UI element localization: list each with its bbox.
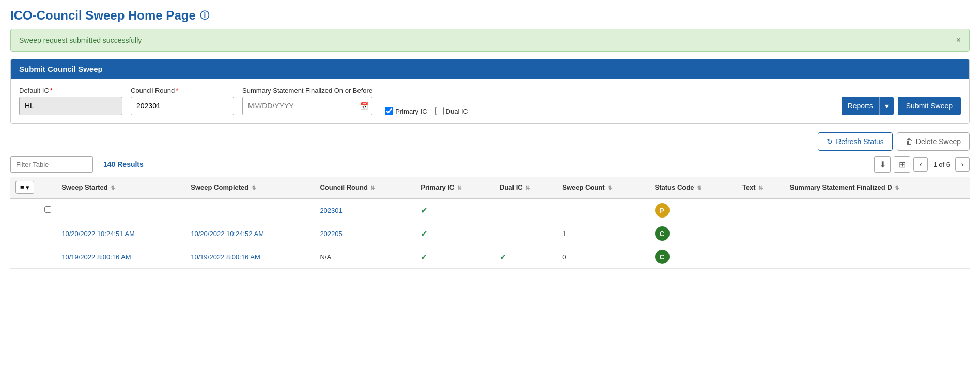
help-icon[interactable]: ⓘ bbox=[200, 9, 209, 22]
status-badge: C bbox=[655, 250, 670, 264]
refresh-status-button[interactable]: ↻ Refresh Status bbox=[818, 132, 893, 151]
cell-sweep-count bbox=[557, 198, 649, 222]
cell-primary-ic: ✔ bbox=[415, 245, 494, 269]
success-banner: Sweep request submitted successfully × bbox=[10, 29, 970, 52]
reports-dropdown-arrow[interactable]: ▾ bbox=[880, 97, 894, 115]
cell-dual-ic: ✔ bbox=[494, 245, 557, 269]
cell-sweep-started: 10/20/2022 10:24:51 AM bbox=[56, 222, 185, 245]
table-row: 10/19/2022 8:00:16 AM10/19/2022 8:00:16 … bbox=[10, 245, 970, 269]
row-menu-cell bbox=[10, 198, 39, 222]
cell-dual-ic bbox=[494, 222, 557, 245]
filter-table-input[interactable] bbox=[10, 156, 93, 173]
primary-ic-check: ✔ bbox=[421, 229, 427, 238]
form-actions: Reports ▾ Submit Sweep bbox=[842, 97, 961, 115]
pagination: ‹ 1 of 6 › bbox=[913, 157, 970, 172]
col-header-text[interactable]: Text ⇅ bbox=[737, 177, 785, 198]
results-count: 140 Results bbox=[103, 160, 144, 168]
submit-sweep-button[interactable]: Submit Sweep bbox=[898, 97, 961, 115]
cell-sweep-count: 1 bbox=[557, 222, 649, 245]
dual-ic-checkbox[interactable] bbox=[435, 107, 444, 115]
col-header-summary-finalized[interactable]: Summary Statement Finalized D ⇅ bbox=[785, 177, 970, 198]
col-header-check bbox=[39, 177, 56, 198]
col-header-status-code[interactable]: Status Code ⇅ bbox=[650, 177, 737, 198]
col-header-menu: ≡ ▾ bbox=[10, 177, 39, 198]
status-badge: C bbox=[655, 226, 670, 241]
form-card-body: Default IC* Council Round* Summary State… bbox=[11, 79, 969, 123]
close-banner-button[interactable]: × bbox=[956, 36, 961, 45]
dual-ic-label[interactable]: Dual IC bbox=[435, 107, 468, 115]
cell-council-round: 202301 bbox=[315, 198, 415, 222]
cell-sweep-completed: 10/20/2022 10:24:52 AM bbox=[185, 222, 315, 245]
summary-statement-input[interactable] bbox=[242, 97, 372, 115]
primary-ic-checkbox[interactable] bbox=[385, 107, 393, 115]
refresh-icon: ↻ bbox=[827, 137, 833, 146]
delete-icon: 🗑 bbox=[906, 137, 913, 146]
next-page-button[interactable]: › bbox=[955, 157, 970, 172]
summary-statement-label: Summary Statement Finalized On or Before bbox=[242, 87, 372, 95]
row-check-cell bbox=[39, 198, 56, 222]
cell-sweep-completed bbox=[185, 198, 315, 222]
prev-page-button[interactable]: ‹ bbox=[913, 157, 928, 172]
page-indicator: 1 of 6 bbox=[930, 161, 953, 168]
page-title: ICO-Council Sweep Home Page ⓘ bbox=[10, 8, 970, 23]
col-header-primary-ic[interactable]: Primary IC ⇅ bbox=[415, 177, 494, 198]
summary-input-container: 📅 bbox=[242, 97, 372, 115]
col-header-council-round[interactable]: Council Round ⇅ bbox=[315, 177, 415, 198]
form-card-header: Submit Council Sweep bbox=[11, 59, 969, 79]
cell-summary-finalized bbox=[785, 198, 970, 222]
cell-text bbox=[737, 198, 785, 222]
cell-sweep-completed: 10/19/2022 8:00:16 AM bbox=[185, 245, 315, 269]
results-table: ≡ ▾ Sweep Started ⇅ Sweep Completed ⇅ Co… bbox=[10, 177, 970, 269]
success-message: Sweep request submitted successfully bbox=[19, 36, 142, 44]
cell-primary-ic: ✔ bbox=[415, 222, 494, 245]
status-badge: P bbox=[655, 203, 670, 218]
council-round-group: Council Round* bbox=[131, 87, 234, 115]
default-ic-group: Default IC* bbox=[19, 87, 122, 115]
sweep-started-link[interactable]: 10/19/2022 8:00:16 AM bbox=[61, 253, 131, 261]
council-round-input[interactable] bbox=[131, 97, 234, 115]
download-icon: ⬇ bbox=[879, 160, 886, 169]
reports-button[interactable]: Reports ▾ bbox=[842, 97, 894, 115]
col-header-sweep-count[interactable]: Sweep Count ⇅ bbox=[557, 177, 649, 198]
grid-icon: ⊞ bbox=[899, 160, 906, 169]
cell-summary-finalized bbox=[785, 245, 970, 269]
default-ic-input[interactable] bbox=[19, 97, 122, 115]
cell-primary-ic: ✔ bbox=[415, 198, 494, 222]
column-menu-button[interactable]: ≡ ▾ bbox=[15, 181, 34, 194]
row-check-cell bbox=[39, 245, 56, 269]
col-header-dual-ic[interactable]: Dual IC ⇅ bbox=[494, 177, 557, 198]
col-header-sweep-started[interactable]: Sweep Started ⇅ bbox=[56, 177, 185, 198]
council-round-link[interactable]: 202205 bbox=[320, 230, 342, 238]
cell-status-code: C bbox=[650, 245, 737, 269]
cell-sweep-started bbox=[56, 198, 185, 222]
cell-council-round: 202205 bbox=[315, 222, 415, 245]
cell-sweep-count: 0 bbox=[557, 245, 649, 269]
delete-sweep-button[interactable]: 🗑 Delete Sweep bbox=[897, 132, 970, 151]
cell-status-code: P bbox=[650, 198, 737, 222]
submit-council-sweep-card: Submit Council Sweep Default IC* Council… bbox=[10, 59, 970, 124]
download-button[interactable]: ⬇ bbox=[874, 156, 891, 173]
row-menu-cell bbox=[10, 245, 39, 269]
col-header-sweep-completed[interactable]: Sweep Completed ⇅ bbox=[185, 177, 315, 198]
grid-view-button[interactable]: ⊞ bbox=[894, 156, 910, 173]
primary-ic-check: ✔ bbox=[421, 253, 427, 261]
calendar-icon[interactable]: 📅 bbox=[360, 102, 368, 110]
table-controls: 140 Results ⬇ ⊞ ‹ 1 of 6 › bbox=[10, 156, 970, 173]
primary-ic-label[interactable]: Primary IC bbox=[385, 107, 427, 115]
summary-statement-group: Summary Statement Finalized On or Before… bbox=[242, 87, 372, 115]
cell-summary-finalized bbox=[785, 222, 970, 245]
primary-ic-check: ✔ bbox=[421, 206, 427, 215]
toolbar-row: ↻ Refresh Status 🗑 Delete Sweep bbox=[10, 132, 970, 151]
cell-text bbox=[737, 245, 785, 269]
sweep-completed-link[interactable]: 10/19/2022 8:00:16 AM bbox=[191, 253, 260, 261]
row-checkbox[interactable] bbox=[44, 206, 51, 213]
table-row: 202301✔P bbox=[10, 198, 970, 222]
table-header: ≡ ▾ Sweep Started ⇅ Sweep Completed ⇅ Co… bbox=[10, 177, 970, 198]
row-check-cell bbox=[39, 222, 56, 245]
sweep-completed-link[interactable]: 10/20/2022 10:24:52 AM bbox=[191, 230, 264, 238]
dual-ic-check: ✔ bbox=[500, 253, 506, 261]
table-right-controls: ⬇ ⊞ ‹ 1 of 6 › bbox=[874, 156, 970, 173]
council-round-link[interactable]: 202301 bbox=[320, 207, 342, 214]
sweep-started-link[interactable]: 10/20/2022 10:24:51 AM bbox=[61, 230, 135, 238]
cell-sweep-started: 10/19/2022 8:00:16 AM bbox=[56, 245, 185, 269]
